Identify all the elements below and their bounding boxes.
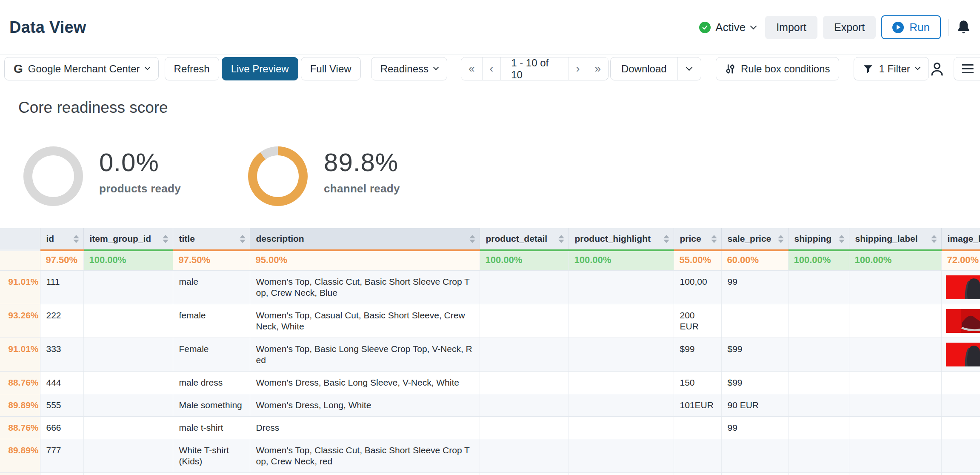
download-options-button[interactable]	[677, 57, 701, 80]
cell-item_group_id[interactable]	[83, 472, 173, 475]
cell-sale_price[interactable]: $99	[721, 338, 788, 371]
cell-product_highlight[interactable]	[569, 472, 674, 475]
cell-price[interactable]	[674, 439, 721, 472]
cell-shipping[interactable]	[788, 304, 849, 338]
channel-selector[interactable]: G Google Merchant Center	[4, 57, 159, 80]
cell-title[interactable]: Male something	[173, 394, 250, 416]
sweater-photo[interactable]	[946, 343, 980, 366]
cell-item_group_id[interactable]	[83, 338, 173, 371]
cell-price[interactable]: 200 EUR	[674, 304, 721, 338]
sort-icon[interactable]	[660, 235, 669, 243]
cell-title[interactable]: White T-shirt (Kids)	[173, 439, 250, 472]
sort-icon[interactable]	[774, 235, 784, 243]
cell-product_detail[interactable]	[480, 304, 569, 338]
cell-id[interactable]: 777	[40, 439, 83, 472]
cell-shipping[interactable]	[788, 371, 849, 394]
readiness-dropdown[interactable]: Readiness	[371, 57, 447, 80]
pagination-last-button[interactable]: »	[587, 57, 608, 80]
cell-price[interactable]: 101EUR	[674, 394, 721, 416]
cell-shipping_label[interactable]	[849, 371, 941, 394]
pagination-first-button[interactable]: «	[461, 57, 482, 80]
pagination-prev-button[interactable]: ‹	[482, 57, 501, 80]
run-button[interactable]: Run	[881, 15, 941, 39]
cell-product_detail[interactable]	[480, 394, 569, 416]
cell-description[interactable]: Women's Dress, Long, White	[250, 394, 480, 416]
cell-description[interactable]: Dress	[250, 416, 480, 439]
cell-sale_price[interactable]: 99	[721, 270, 788, 304]
column-header-product_highlight[interactable]: product_highlight	[569, 228, 674, 250]
cell-title[interactable]: female	[173, 304, 250, 338]
cell-image_link[interactable]	[941, 394, 980, 416]
cell-product_highlight[interactable]	[569, 338, 674, 371]
cell-image_link[interactable]	[941, 416, 980, 439]
column-header-shipping_label[interactable]: shipping_label	[849, 228, 941, 250]
cell-item_group_id[interactable]	[83, 270, 173, 304]
cell-product_highlight[interactable]	[569, 304, 674, 338]
cell-item_group_id[interactable]	[83, 371, 173, 394]
cell-shipping[interactable]	[788, 472, 849, 475]
cell-product_highlight[interactable]	[569, 371, 674, 394]
cell-shipping[interactable]	[788, 416, 849, 439]
sneaker-photo[interactable]	[946, 309, 980, 333]
cell-product_detail[interactable]	[480, 270, 569, 304]
cell-sale_price[interactable]: 90 EUR	[721, 394, 788, 416]
cell-price[interactable]: $99	[674, 338, 721, 371]
cell-shipping[interactable]	[788, 338, 849, 371]
sort-icon[interactable]	[708, 235, 717, 243]
cell-shipping_label[interactable]	[849, 416, 941, 439]
cell-shipping[interactable]	[788, 394, 849, 416]
cell-title[interactable]: male	[173, 270, 250, 304]
cell-price[interactable]: 150	[674, 371, 721, 394]
cell-sale_price[interactable]: $99	[721, 371, 788, 394]
cell-id[interactable]: 555	[40, 394, 83, 416]
cell-id[interactable]: 111	[40, 270, 83, 304]
cell-title[interactable]: male dress	[173, 371, 250, 394]
download-button[interactable]: Download	[611, 57, 677, 80]
sweater-photo[interactable]	[946, 275, 980, 299]
cell-description[interactable]: Women's Top, Casual Cut, Basic Short Sle…	[250, 304, 480, 338]
export-button[interactable]: Export	[823, 16, 876, 39]
column-header-product_detail[interactable]: product_detail	[480, 228, 569, 250]
cell-shipping[interactable]	[788, 439, 849, 472]
cell-product_detail[interactable]	[480, 416, 569, 439]
cell-title[interactable]: Female	[173, 338, 250, 371]
sort-icon[interactable]	[928, 235, 937, 243]
column-header-description[interactable]: description	[250, 228, 480, 250]
cell-product_detail[interactable]	[480, 472, 569, 475]
column-header-title[interactable]: title	[173, 228, 250, 250]
column-header-price[interactable]: price	[674, 228, 721, 250]
column-header-shipping[interactable]: shipping	[788, 228, 849, 250]
live-preview-button[interactable]: Live Preview	[222, 57, 298, 80]
cell-title[interactable]: male t-shirt	[173, 416, 250, 439]
cell-item_group_id[interactable]	[83, 416, 173, 439]
cell-product_detail[interactable]	[480, 371, 569, 394]
filter-dropdown[interactable]: 1 Filter	[854, 57, 929, 80]
sort-icon[interactable]	[159, 235, 169, 243]
cell-description[interactable]: Women's Top, Classic Cut, Basic Short Sl…	[250, 270, 480, 304]
cell-description[interactable]: Women's Top, Basic Long Sleeve Crop Top,…	[250, 338, 480, 371]
cell-shipping_label[interactable]	[849, 472, 941, 475]
column-header-image_link[interactable]: image_link	[941, 228, 980, 250]
import-button[interactable]: Import	[765, 16, 817, 39]
cell-shipping_label[interactable]	[849, 439, 941, 472]
cell-price[interactable]: 100,00	[674, 270, 721, 304]
cell-item_group_id[interactable]	[83, 394, 173, 416]
status-dropdown[interactable]: Active	[699, 21, 756, 34]
cell-shipping_label[interactable]	[849, 338, 941, 371]
cell-sale_price[interactable]: 99	[721, 416, 788, 439]
user-profile-icon[interactable]	[929, 61, 945, 77]
cell-product_highlight[interactable]	[569, 270, 674, 304]
cell-image_link[interactable]	[941, 304, 980, 338]
cell-id[interactable]	[40, 472, 83, 475]
cell-id[interactable]: 222	[40, 304, 83, 338]
cell-product_detail[interactable]	[480, 338, 569, 371]
cell-shipping_label[interactable]	[849, 270, 941, 304]
cell-image_link[interactable]	[941, 439, 980, 472]
cell-item_group_id[interactable]	[83, 439, 173, 472]
column-header-sale_price[interactable]: sale_price	[721, 228, 788, 250]
cell-id[interactable]: 444	[40, 371, 83, 394]
cell-id[interactable]: 666	[40, 416, 83, 439]
cell-shipping[interactable]	[788, 270, 849, 304]
rule-box-conditions-button[interactable]: Rule box conditions	[716, 57, 839, 80]
column-header-item_group_id[interactable]: item_group_id	[83, 228, 173, 250]
